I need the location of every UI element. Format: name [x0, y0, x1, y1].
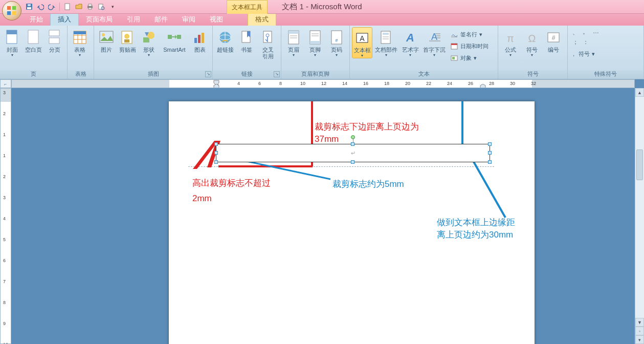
resize-handle[interactable] [488, 151, 492, 155]
horizontal-ruler[interactable]: 2468101214161820222426283032 [11, 79, 635, 88]
page-break-button[interactable]: 分页 [45, 27, 65, 53]
window-title: 文档 1 - Microsoft Word [282, 2, 362, 12]
tab-home[interactable]: 开始 [23, 13, 50, 26]
qat-customize-icon[interactable]: ▾ [108, 2, 117, 11]
office-button[interactable] [2, 1, 21, 20]
pagenum-button[interactable]: #页码▾ [326, 27, 347, 57]
tab-format[interactable]: 格式 [248, 13, 276, 26]
picture-button[interactable]: 图片 [96, 27, 116, 53]
resize-handle[interactable] [214, 160, 218, 164]
sp-ellipsis-icon[interactable]: … [591, 28, 601, 37]
svg-rect-35 [202, 33, 204, 43]
links-launcher-icon[interactable]: ↘ [274, 71, 280, 77]
textbox-selected[interactable]: ↵ [216, 144, 490, 162]
svg-rect-29 [143, 37, 149, 42]
print-icon[interactable] [85, 2, 95, 11]
svg-rect-1 [12, 6, 16, 10]
next-page-icon[interactable]: ▾ [635, 335, 644, 344]
textbox-button[interactable]: A文本框▾ [352, 27, 372, 58]
quick-access-toolbar: ▾ [25, 2, 117, 11]
prev-page-icon[interactable]: ◦ [635, 327, 644, 335]
footer-button[interactable]: 页脚▾ [305, 27, 325, 57]
tab-selector-icon[interactable]: ⌐ [0, 79, 11, 88]
undo-icon[interactable] [36, 2, 45, 11]
special-symbol-button[interactable]: ，符号 ▾ [571, 48, 595, 59]
tab-insert[interactable]: 插入 [50, 13, 79, 26]
svg-rect-66 [451, 44, 457, 45]
new-icon[interactable] [63, 2, 72, 11]
symbol-button[interactable]: Ω符号▾ [522, 27, 542, 57]
scroll-down-icon[interactable]: ▼ [635, 318, 644, 327]
dropcap-button[interactable]: A首字下沉▾ [421, 27, 447, 57]
svg-rect-9 [88, 4, 92, 6]
bookmark-button[interactable]: 书签 [236, 27, 257, 53]
equation-button[interactable]: π公式▾ [500, 27, 521, 57]
svg-rect-16 [49, 30, 59, 36]
vertical-scrollbar[interactable]: ▲ ▼ ◦ ▾ [635, 88, 644, 344]
sigline-button[interactable]: 签名行 ▾ [448, 29, 491, 40]
svg-point-25 [102, 33, 105, 36]
title-bar: ▾ 文本框工具 文档 1 - Microsoft Word [0, 0, 644, 14]
document-area[interactable]: ↵ 裁剪标志下边距离上页边为 37mm 高出裁剪标志不超过 2mm 裁剪标志约为… [11, 88, 635, 344]
table-button[interactable]: 表格▾ [70, 27, 90, 57]
resize-handle[interactable] [214, 142, 218, 146]
tab-review[interactable]: 审阅 [175, 13, 203, 26]
open-icon[interactable] [74, 2, 83, 11]
sp-semi-icon[interactable]: ； [571, 38, 580, 47]
svg-rect-6 [28, 4, 31, 6]
datetime-button[interactable]: 日期和时间 [448, 40, 491, 52]
blank-page-button[interactable]: 空白页 [24, 27, 44, 53]
annotation-blue-1: 裁剪标志约为5mm [332, 178, 404, 190]
resize-handle[interactable] [488, 142, 492, 146]
svg-rect-14 [7, 30, 17, 34]
wordart-button[interactable]: A艺术字▾ [400, 27, 420, 57]
shapes-button[interactable]: 形状▾ [139, 27, 159, 57]
sp-colon-icon[interactable]: ： [581, 38, 590, 47]
svg-rect-68 [452, 57, 455, 59]
chart-button[interactable]: 图表 [190, 27, 210, 53]
resize-handle[interactable] [488, 160, 492, 164]
svg-rect-31 [168, 35, 172, 39]
tab-references[interactable]: 引用 [120, 13, 147, 26]
svg-rect-55 [383, 33, 389, 35]
group-headerfooter-label: 页眉和页脚 [281, 70, 349, 79]
redo-icon[interactable] [47, 2, 56, 11]
group-special-label: 特殊符号 [568, 70, 643, 79]
svg-point-27 [124, 34, 129, 39]
sp-period-icon[interactable]: 。 [581, 28, 590, 37]
save-icon[interactable] [25, 2, 34, 11]
resize-handle[interactable] [351, 160, 354, 164]
svg-text:A: A [406, 31, 414, 44]
group-tables-label: 表格 [68, 70, 94, 79]
annotation-blue-2: 做到文本框上边缘距 离上页边约为30mm [437, 217, 515, 241]
scroll-up-icon[interactable]: ▲ [635, 88, 644, 97]
group-symbols-label: 符号 [498, 70, 567, 79]
header-button[interactable]: 页眉▾ [283, 27, 304, 57]
scroll-thumb[interactable] [636, 149, 643, 180]
svg-rect-43 [288, 31, 299, 34]
clipart-button[interactable]: 剪贴画 [117, 27, 137, 53]
illus-launcher-icon[interactable]: ↘ [205, 71, 211, 77]
print-preview-icon[interactable] [97, 2, 106, 11]
tab-mailings[interactable]: 邮件 [147, 13, 175, 26]
svg-rect-33 [194, 38, 197, 43]
svg-rect-10 [88, 8, 92, 9]
tab-layout[interactable]: 页面布局 [79, 13, 120, 26]
paragraph-mark-icon: ↵ [351, 150, 356, 157]
resize-handle[interactable] [214, 151, 218, 155]
annotation-red-2b: 2mm [192, 192, 212, 205]
cover-page-button[interactable]: 封面▾ [2, 27, 23, 57]
svg-rect-28 [124, 39, 129, 42]
number-button[interactable]: #编号 [543, 27, 564, 53]
svg-rect-34 [198, 35, 201, 43]
svg-rect-15 [28, 30, 38, 44]
tab-view[interactable]: 视图 [203, 13, 230, 26]
quickparts-button[interactable]: 文档部件▾ [373, 27, 399, 57]
vertical-ruler[interactable]: 32112345678910111213 [0, 88, 11, 344]
hyperlink-button[interactable]: 超链接 [215, 27, 235, 53]
object-button[interactable]: 对象 ▾ [448, 52, 491, 63]
smartart-button[interactable]: SmartArt [160, 27, 189, 53]
crossref-button[interactable]: 交叉 引用 [258, 27, 278, 60]
sp-dot-icon[interactable]: 、 [571, 28, 580, 37]
svg-rect-7 [65, 4, 70, 10]
